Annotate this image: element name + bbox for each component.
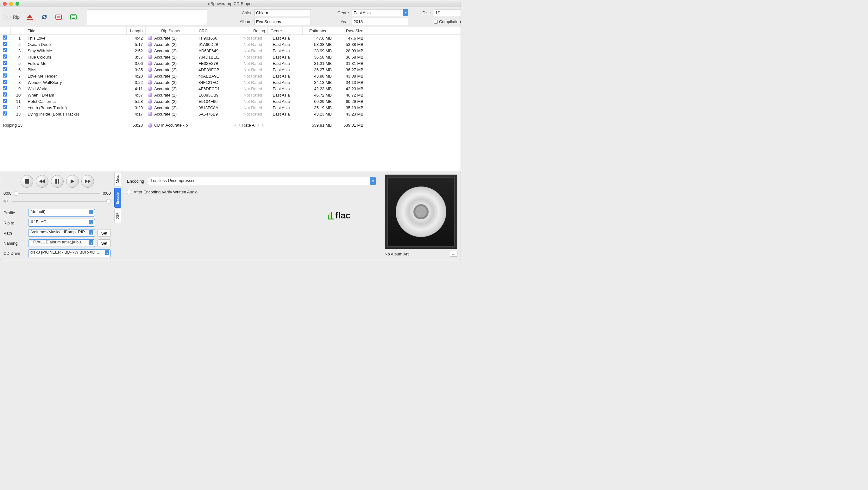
list-button[interactable] — [69, 13, 78, 22]
accuraterip-icon — [148, 55, 152, 59]
track-length: 4:20 — [126, 73, 145, 79]
eject-button[interactable] — [25, 13, 34, 22]
path-select[interactable]: /Volumes/Music/_dBamp_RIP — [28, 229, 95, 237]
album-field[interactable] — [254, 18, 311, 25]
table-row[interactable]: 4True Colours3:37Accurate (2)734D1BEENot… — [0, 54, 461, 60]
tab-meta[interactable]: Meta — [114, 172, 121, 186]
naming-label: Naming — [3, 241, 26, 246]
track-checkbox[interactable] — [3, 55, 7, 59]
close-icon[interactable] — [3, 2, 7, 6]
track-raw: 46.72 MB — [334, 92, 366, 98]
rate-all-button[interactable]: Rate All — [242, 123, 256, 128]
track-rating: Not Rated — [231, 48, 268, 54]
stop-icon — [25, 179, 29, 184]
table-row[interactable]: 11Hotel California5:58Accurate (2)E9104F… — [0, 98, 461, 104]
table-row[interactable]: 2Ocean Deep5:17Accurate (2)91A60D2BNot R… — [0, 41, 461, 48]
naming-select[interactable]: [IFVALUE]album artist,[albu… — [28, 239, 95, 247]
minimize-icon[interactable] — [9, 2, 13, 6]
track-checkbox[interactable] — [3, 86, 7, 90]
table-row[interactable]: 3Stay With Me2:52Accurate (2)AD68E649Not… — [0, 48, 461, 54]
track-length: 4:17 — [126, 111, 145, 120]
tag-button[interactable] — [55, 13, 63, 22]
refresh-button[interactable] — [40, 13, 49, 22]
artist-label: Artist — [210, 10, 251, 15]
track-checkbox[interactable] — [3, 67, 7, 71]
compilation-checkbox[interactable] — [434, 20, 438, 24]
ripto-select[interactable]: ⠿f FLAC — [28, 219, 95, 227]
naming-set-button[interactable]: Set — [97, 239, 111, 247]
track-checkbox[interactable] — [3, 42, 7, 46]
col-crc[interactable]: CRC — [196, 27, 231, 35]
track-checkbox[interactable] — [3, 61, 7, 65]
track-checkbox[interactable] — [3, 80, 7, 84]
encoding-select[interactable]: Lossless Uncompressed ⇕ — [148, 177, 376, 185]
verify-checkbox[interactable] — [127, 190, 131, 194]
track-raw: 35.19 MB — [334, 104, 366, 111]
track-checkbox[interactable] — [3, 112, 7, 116]
track-number: 11 — [11, 98, 25, 104]
tab-dsp[interactable]: DSP — [114, 209, 121, 223]
track-rating: Not Rated — [231, 73, 268, 79]
encoding-label: Encoding — [127, 179, 144, 184]
disc-field[interactable] — [434, 9, 461, 16]
zoom-icon[interactable] — [16, 2, 19, 6]
track-checkbox[interactable] — [3, 92, 7, 96]
volume-slider[interactable] — [12, 201, 111, 202]
track-est: 28.99 MB — [303, 48, 334, 54]
track-checkbox[interactable] — [3, 105, 7, 109]
track-title: Hotel California — [25, 98, 126, 104]
track-checkbox[interactable] — [3, 73, 7, 78]
table-row[interactable]: 13Dying Inside (Bonus Tracks)4:17Accurat… — [0, 111, 461, 120]
forward-button[interactable] — [81, 175, 94, 188]
table-row[interactable]: 7Love Me Tender4:20Accurate (2)40AEBA9EN… — [0, 73, 461, 79]
table-row[interactable]: 12Youth (Bonus Tracks)3:29Accurate (2)98… — [0, 104, 461, 111]
col-rip-status[interactable]: Rip Status — [145, 27, 196, 35]
track-checkbox[interactable] — [3, 35, 7, 39]
album-art[interactable] — [384, 175, 458, 249]
col-estimated[interactable]: Estimated… — [303, 27, 334, 35]
track-rating: Not Rated — [231, 98, 268, 104]
pause-icon — [55, 179, 59, 184]
stop-button[interactable] — [21, 175, 33, 188]
col-length[interactable]: Length — [126, 27, 145, 35]
track-est: 46.72 MB — [303, 92, 334, 98]
chevron-down-icon[interactable]: ▾ — [403, 9, 408, 16]
summary-ripping: Ripping 13 — [0, 120, 25, 128]
artist-field[interactable] — [254, 9, 311, 16]
table-row[interactable]: 1This Love4:42Accurate (2)FF901650Not Ra… — [0, 35, 461, 41]
profile-select[interactable]: (default) — [28, 209, 95, 216]
album-label: Album — [210, 19, 251, 24]
play-button[interactable] — [66, 175, 79, 188]
track-checkbox[interactable] — [3, 48, 7, 52]
genre-select[interactable] — [352, 9, 408, 16]
table-row[interactable]: 8Wonder Wall/Sorry3:22Accurate (2)84F121… — [0, 79, 461, 86]
comment-field[interactable] — [87, 9, 207, 25]
track-number: 13 — [11, 111, 25, 120]
table-row[interactable]: 10When I Dream4:37Accurate (2)E0083CB9No… — [0, 92, 461, 98]
rip-label: Rip — [13, 14, 20, 20]
year-field[interactable] — [352, 18, 408, 25]
track-length: 5:17 — [126, 41, 145, 48]
col-rating[interactable]: Rating — [231, 27, 268, 35]
track-genre: East Asia — [268, 86, 303, 92]
col-genre[interactable]: Genre — [268, 27, 303, 35]
art-more-button[interactable]: … — [450, 251, 458, 257]
drive-select[interactable]: disk3 [PIONEER - BD-RW BDR-XD… — [28, 249, 111, 257]
position-slider[interactable] — [14, 193, 100, 194]
rewind-button[interactable] — [36, 175, 49, 188]
track-number: 3 — [11, 48, 25, 54]
track-raw: 28.99 MB — [334, 48, 366, 54]
track-checkbox[interactable] — [3, 99, 7, 103]
track-crc: AD68E649 — [196, 48, 231, 54]
table-row[interactable]: 9Wild World4:11Accurate (2)4E6DECD1Not R… — [0, 86, 461, 92]
rip-button[interactable]: Rip — [3, 13, 20, 21]
col-raw-size[interactable]: Raw Size — [334, 27, 366, 35]
path-set-button[interactable]: Set — [97, 229, 111, 237]
path-label: Path — [3, 231, 26, 236]
col-title[interactable]: Title — [25, 27, 126, 35]
table-row[interactable]: 6Bliss3:35Accurate (2)4DE39FCBNot Rated … — [0, 66, 461, 73]
table-row[interactable]: 5Follow Me3:06Accurate (2)FE32E27BNot Ra… — [0, 60, 461, 66]
tab-encoder[interactable]: Encoder — [114, 188, 121, 208]
titlebar: dBpoweramp CD Ripper — [0, 0, 461, 7]
pause-button[interactable] — [51, 175, 64, 188]
